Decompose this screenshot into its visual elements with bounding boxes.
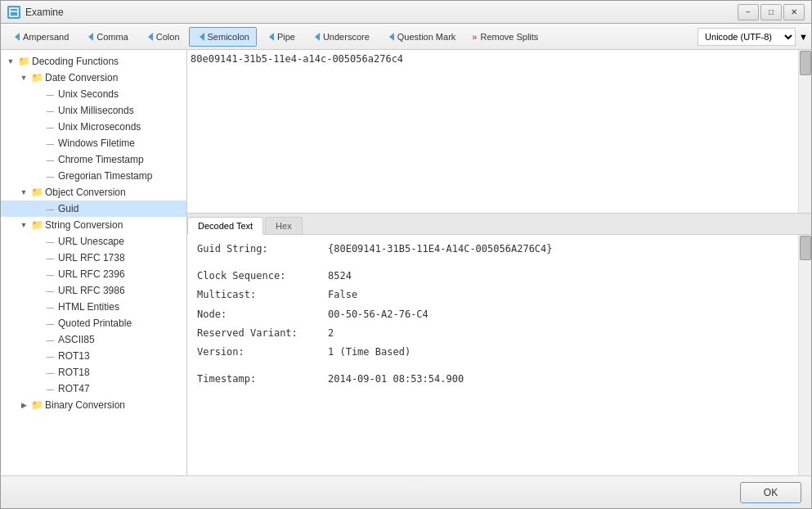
main-window: Examine − □ ✕ Ampersand Comma Colon Semi… [0, 0, 812, 509]
maximize-button[interactable]: □ [760, 4, 782, 20]
output-key-reserved: Reserved Variant: [197, 326, 328, 341]
toolbar: Ampersand Comma Colon Semicolon Pipe Und… [1, 24, 811, 50]
footer: OK [1, 475, 811, 508]
content-area: Decoded Text Hex Guid String: {80E09141-… [187, 50, 811, 475]
sidebar-item-string-conversion[interactable]: ▼ 📁 String Conversion [1, 217, 186, 233]
sidebar-item-date-conversion[interactable]: ▼ 📁 Date Conversion [1, 70, 186, 86]
output-key-version: Version: [197, 345, 328, 360]
colon-button[interactable]: Colon [137, 27, 187, 47]
underscore-button[interactable]: Underscore [304, 27, 377, 47]
output-tabs: Decoded Text Hex [187, 214, 811, 235]
comma-button[interactable]: Comma [78, 27, 136, 47]
output-row-version: Version: 1 (Time Based) [197, 345, 795, 360]
ampersand-button[interactable]: Ampersand [4, 27, 76, 47]
spacer [30, 120, 43, 133]
tab-hex[interactable]: Hex [265, 217, 303, 234]
sidebar-item-quoted-printable[interactable]: ⸻ Quoted Printable [1, 315, 186, 331]
folder-icon: 📁 [30, 186, 43, 199]
input-textarea[interactable] [191, 53, 808, 209]
output-key-guid: Guid String: [197, 241, 328, 257]
app-icon [7, 6, 20, 19]
output-content: Guid String: {80E09141-31B5-11E4-A14C-00… [187, 235, 811, 475]
sidebar-item-object-conversion[interactable]: ▼ 📁 Object Conversion [1, 184, 186, 200]
sidebar-item-unix-milliseconds[interactable]: ⸻ Unix Milliseconds [1, 102, 186, 119]
encoding-dropdown-arrow[interactable]: ▼ [799, 32, 808, 42]
spacer [30, 317, 43, 330]
ok-button[interactable]: OK [740, 482, 801, 503]
sidebar-item-url-rfc-2396[interactable]: ⸻ URL RFC 2396 [1, 266, 186, 282]
sidebar-item-url-rfc-1738[interactable]: ⸻ URL RFC 1738 [1, 250, 186, 266]
item-icon: ⸻ [43, 120, 56, 133]
spacer [30, 333, 43, 346]
item-icon: ⸻ [43, 104, 56, 117]
expand-icon: ▼ [4, 55, 17, 68]
item-icon: ⸻ [43, 317, 56, 330]
spacer [30, 104, 43, 117]
item-icon: ⸻ [43, 88, 56, 101]
output-key-multicast: Multicast: [197, 287, 328, 303]
output-row-reserved: Reserved Variant: 2 [197, 326, 795, 341]
sidebar-item-binary-conversion[interactable]: ▶ 📁 Binary Conversion [1, 397, 186, 413]
sidebar-item-url-unescape[interactable]: ⸻ URL Unescape [1, 233, 186, 250]
output-row-timestamp: Timestamp: 2014-09-01 08:53:54.900 [197, 372, 795, 387]
pipe-button[interactable]: Pipe [258, 27, 303, 47]
underscore-icon [312, 33, 320, 41]
folder-icon: 📁 [30, 71, 43, 84]
title-bar: Examine − □ ✕ [1, 1, 811, 24]
question-mark-icon [386, 33, 394, 41]
sidebar-item-decoding-functions[interactable]: ▼ 📁 Decoding Functions [1, 53, 186, 70]
ampersand-icon [11, 33, 20, 41]
spacer [30, 284, 43, 297]
spacer [30, 169, 43, 182]
output-value-guid: {80E09141-31B5-11E4-A14C-005056A276C4} [328, 241, 553, 257]
sidebar-item-unix-microseconds[interactable]: ⸻ Unix Microseconds [1, 119, 186, 135]
output-row-multicast: Multicast: False [197, 287, 795, 303]
semicolon-icon [196, 33, 204, 41]
sidebar-item-guid[interactable]: ⸻ Guid [1, 200, 186, 217]
spacer [30, 268, 43, 281]
output-row-node: Node: 00-50-56-A2-76-C4 [197, 307, 795, 322]
item-icon: ⸻ [43, 251, 56, 264]
sidebar-item-rot18[interactable]: ⸻ ROT18 [1, 364, 186, 381]
sidebar-item-url-rfc-3986[interactable]: ⸻ URL RFC 3986 [1, 282, 186, 299]
main-area: ▼ 📁 Decoding Functions ▼ 📁 Date Conversi… [1, 50, 811, 475]
output-key-timestamp: Timestamp: [197, 372, 328, 387]
svg-rect-0 [10, 8, 18, 16]
sidebar-item-ascii85[interactable]: ⸻ ASCII85 [1, 331, 186, 348]
output-row-guid: Guid String: {80E09141-31B5-11E4-A14C-00… [197, 241, 795, 257]
spacer [30, 251, 43, 264]
window-title: Examine [25, 7, 64, 18]
sidebar-item-unix-seconds[interactable]: ⸻ Unix Seconds [1, 86, 186, 102]
expand-icon: ▼ [17, 71, 30, 84]
output-key-clock: Clock Sequence: [197, 268, 328, 284]
sidebar-item-windows-filetime[interactable]: ⸻ Windows Filetime [1, 135, 186, 151]
tab-decoded-text[interactable]: Decoded Text [187, 217, 263, 235]
item-icon: ⸻ [43, 137, 56, 150]
input-area [187, 50, 811, 214]
semicolon-button[interactable]: Semicolon [189, 27, 257, 47]
scrollbar-thumb[interactable] [800, 51, 811, 75]
window-controls: − □ ✕ [738, 4, 805, 20]
output-scrollbar-thumb[interactable] [800, 236, 811, 260]
item-icon: ⸻ [43, 268, 56, 281]
close-button[interactable]: ✕ [783, 4, 805, 20]
sidebar-item-rot47[interactable]: ⸻ ROT47 [1, 381, 186, 397]
comma-icon [85, 33, 93, 41]
item-icon: ⸻ [43, 333, 56, 346]
spacer [30, 349, 43, 363]
minimize-button[interactable]: − [738, 4, 759, 20]
output-value-clock: 8524 [328, 268, 352, 284]
input-scrollbar[interactable] [798, 50, 811, 213]
sidebar-item-gregorian-timestamp[interactable]: ⸻ Gregorian Timestamp [1, 168, 186, 184]
encoding-select[interactable]: Unicode (UTF-8) [698, 28, 796, 46]
sidebar-item-chrome-timestamp[interactable]: ⸻ Chrome Timestamp [1, 151, 186, 168]
output-value-timestamp: 2014-09-01 08:53:54.900 [328, 372, 464, 387]
sidebar-item-rot13[interactable]: ⸻ ROT13 [1, 348, 186, 364]
output-scrollbar[interactable] [798, 235, 811, 475]
question-mark-button[interactable]: Question Mark [379, 27, 464, 47]
output-value-node: 00-50-56-A2-76-C4 [328, 307, 428, 322]
sidebar-item-html-entities[interactable]: ⸻ HTML Entities [1, 299, 186, 315]
remove-splits-button[interactable]: » Remove Splits [464, 27, 545, 47]
output-value-version: 1 (Time Based) [328, 345, 410, 360]
sidebar: ▼ 📁 Decoding Functions ▼ 📁 Date Conversi… [1, 50, 187, 475]
